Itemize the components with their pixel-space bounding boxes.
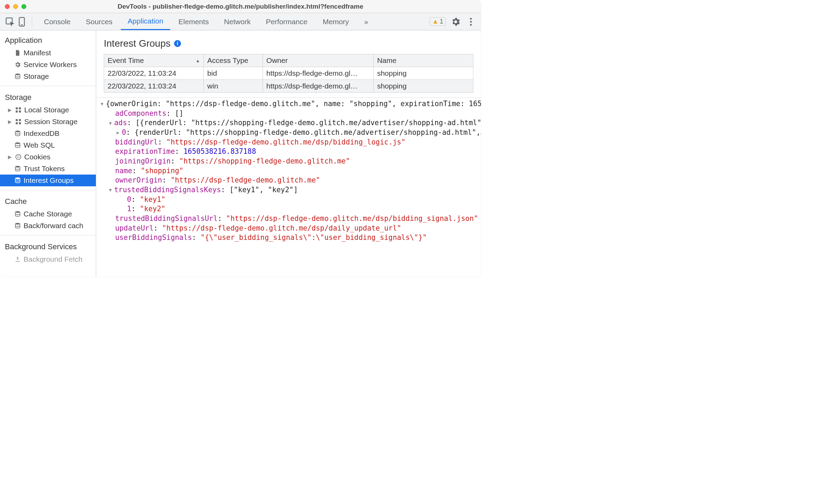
sidebar-item-manifest[interactable]: Manifest bbox=[0, 47, 96, 59]
svg-point-15 bbox=[15, 131, 20, 132]
sidebar-item-indexeddb[interactable]: IndexedDB bbox=[0, 128, 96, 139]
svg-point-22 bbox=[15, 166, 20, 168]
events-table-wrap: Event Time ▲ Access Type Owner Name 22/0… bbox=[96, 54, 481, 96]
detail-tbsu[interactable]: trustedBiddingSignalsUrl: "https://dsp-f… bbox=[96, 214, 481, 224]
sidebar-item-websql[interactable]: Web SQL bbox=[0, 139, 96, 151]
divider bbox=[0, 86, 96, 86]
svg-point-5 bbox=[470, 24, 472, 26]
sidebar-label: Session Storage bbox=[24, 118, 78, 126]
grid-icon bbox=[15, 118, 22, 125]
col-name[interactable]: Name bbox=[373, 54, 473, 67]
tab-memory[interactable]: Memory bbox=[316, 13, 356, 30]
database-icon bbox=[14, 210, 21, 218]
detail-expiration[interactable]: expirationTime: 1650538216.837188 bbox=[96, 147, 481, 157]
detail-ubs[interactable]: userBiddingSignals: "{\"user_bidding_sig… bbox=[96, 233, 481, 243]
grid-icon bbox=[15, 106, 22, 114]
maximize-window-button[interactable] bbox=[21, 4, 26, 9]
sidebar-item-local-storage[interactable]: ▶ Local Storage bbox=[0, 104, 96, 116]
section-cache: Cache bbox=[0, 194, 96, 208]
sidebar-item-interest-groups[interactable]: Interest Groups bbox=[0, 175, 96, 186]
device-toggle-icon[interactable] bbox=[17, 17, 27, 27]
cell-owner: https://dsp-fledge-demo.gl… bbox=[263, 67, 373, 80]
svg-point-16 bbox=[15, 142, 20, 144]
svg-point-21 bbox=[19, 157, 20, 158]
svg-rect-9 bbox=[16, 111, 18, 113]
table-header-row: Event Time ▲ Access Type Owner Name bbox=[104, 54, 473, 67]
warnings-count: 1 bbox=[440, 18, 443, 25]
database-icon bbox=[14, 141, 21, 149]
sidebar-label: Trust Tokens bbox=[24, 165, 65, 173]
kebab-menu-icon[interactable] bbox=[466, 17, 476, 27]
document-icon bbox=[14, 49, 21, 57]
sidebar-item-bfcache[interactable]: Back/forward cach bbox=[0, 220, 96, 232]
sidebar-item-session-storage[interactable]: ▶ Session Storage bbox=[0, 116, 96, 128]
traffic-lights bbox=[5, 4, 26, 9]
tab-sources[interactable]: Sources bbox=[79, 13, 119, 30]
expand-arrow-icon[interactable]: ▶ bbox=[7, 119, 12, 124]
tab-console[interactable]: Console bbox=[37, 13, 78, 30]
col-owner[interactable]: Owner bbox=[263, 54, 373, 67]
divider bbox=[0, 190, 96, 190]
expand-arrow-icon[interactable]: ▶ bbox=[7, 107, 12, 113]
toggle-icon[interactable] bbox=[107, 187, 114, 193]
sidebar-label: Storage bbox=[24, 72, 49, 81]
database-icon bbox=[14, 165, 21, 172]
info-icon[interactable]: i bbox=[174, 40, 181, 47]
sort-asc-icon: ▲ bbox=[195, 58, 200, 63]
warning-icon: ▲ bbox=[432, 18, 438, 25]
detail-tbsk-1[interactable]: 1: "key2" bbox=[96, 204, 481, 214]
detail-ownerorigin[interactable]: ownerOrigin: "https://dsp-fledge-demo.gl… bbox=[96, 176, 481, 185]
cell-type: win bbox=[204, 80, 263, 93]
sidebar-item-service-workers[interactable]: Service Workers bbox=[0, 59, 96, 71]
sidebar-item-cache-storage[interactable]: Cache Storage bbox=[0, 208, 96, 220]
cell-name: shopping bbox=[373, 67, 473, 80]
table-row[interactable]: 22/03/2022, 11:03:24 bid https://dsp-fle… bbox=[104, 67, 473, 80]
svg-point-23 bbox=[15, 178, 20, 179]
tab-network[interactable]: Network bbox=[217, 13, 257, 30]
sidebar-item-trust-tokens[interactable]: Trust Tokens bbox=[0, 163, 96, 175]
svg-point-4 bbox=[470, 21, 472, 22]
section-storage: Storage bbox=[0, 90, 96, 104]
detail-ads-0[interactable]: 0: {renderUrl: "https://shopping-fledge-… bbox=[96, 128, 481, 138]
detail-biddingurl[interactable]: biddingUrl: "https://dsp-fledge-demo.gli… bbox=[96, 138, 481, 147]
database-icon bbox=[14, 177, 21, 184]
warnings-badge[interactable]: ▲ 1 bbox=[430, 17, 446, 26]
detail-header[interactable]: {ownerOrigin: "https://dsp-fledge-demo.g… bbox=[96, 99, 481, 109]
devtools-toolbar: Console Sources Application Elements Net… bbox=[0, 13, 481, 30]
tab-elements[interactable]: Elements bbox=[172, 13, 216, 30]
table-row[interactable]: 22/03/2022, 11:03:24 win https://dsp-fle… bbox=[104, 80, 473, 93]
detail-joiningorigin[interactable]: joiningOrigin: "https://shopping-fledge-… bbox=[96, 157, 481, 166]
sidebar-item-cookies[interactable]: ▶ Cookies bbox=[0, 151, 96, 163]
detail-adcomponents[interactable]: adComponents: [] bbox=[96, 109, 481, 119]
toggle-icon[interactable] bbox=[107, 120, 114, 127]
svg-rect-7 bbox=[16, 108, 18, 110]
upload-icon bbox=[14, 255, 21, 263]
detail-name[interactable]: name: "shopping" bbox=[96, 166, 481, 176]
sidebar-item-background-fetch[interactable]: Background Fetch bbox=[0, 253, 96, 265]
settings-icon[interactable] bbox=[450, 17, 461, 27]
minimize-window-button[interactable] bbox=[13, 4, 18, 9]
sidebar-item-storage[interactable]: Storage bbox=[0, 71, 96, 82]
toggle-icon[interactable] bbox=[98, 101, 106, 107]
col-event-time[interactable]: Event Time ▲ bbox=[104, 54, 204, 67]
svg-rect-12 bbox=[19, 119, 21, 121]
tab-more[interactable]: » bbox=[357, 13, 375, 30]
detail-updateurl[interactable]: updateUrl: "https://dsp-fledge-demo.glit… bbox=[96, 224, 481, 233]
tab-performance[interactable]: Performance bbox=[259, 13, 314, 30]
cell-type: bid bbox=[204, 67, 263, 80]
tab-application[interactable]: Application bbox=[121, 13, 170, 30]
sidebar-label: Interest Groups bbox=[24, 176, 74, 185]
col-access-type[interactable]: Access Type bbox=[204, 54, 263, 67]
inspect-element-icon[interactable] bbox=[5, 17, 15, 27]
content-panel: Interest Groups i Event Time ▲ Access Ty… bbox=[96, 30, 481, 277]
sidebar-label: Cache Storage bbox=[24, 210, 72, 218]
toggle-icon[interactable] bbox=[114, 130, 122, 136]
svg-point-19 bbox=[18, 155, 19, 156]
svg-point-6 bbox=[15, 74, 20, 75]
expand-arrow-icon[interactable]: ▶ bbox=[7, 154, 12, 160]
application-sidebar: Application Manifest Service Workers Sto… bbox=[0, 30, 96, 277]
detail-tbsk[interactable]: trustedBiddingSignalsKeys: ["key1", "key… bbox=[96, 185, 481, 195]
detail-ads[interactable]: ads: [{renderUrl: "https://shopping-fled… bbox=[96, 118, 481, 128]
close-window-button[interactable] bbox=[5, 4, 10, 9]
detail-tbsk-0[interactable]: 0: "key1" bbox=[96, 195, 481, 205]
